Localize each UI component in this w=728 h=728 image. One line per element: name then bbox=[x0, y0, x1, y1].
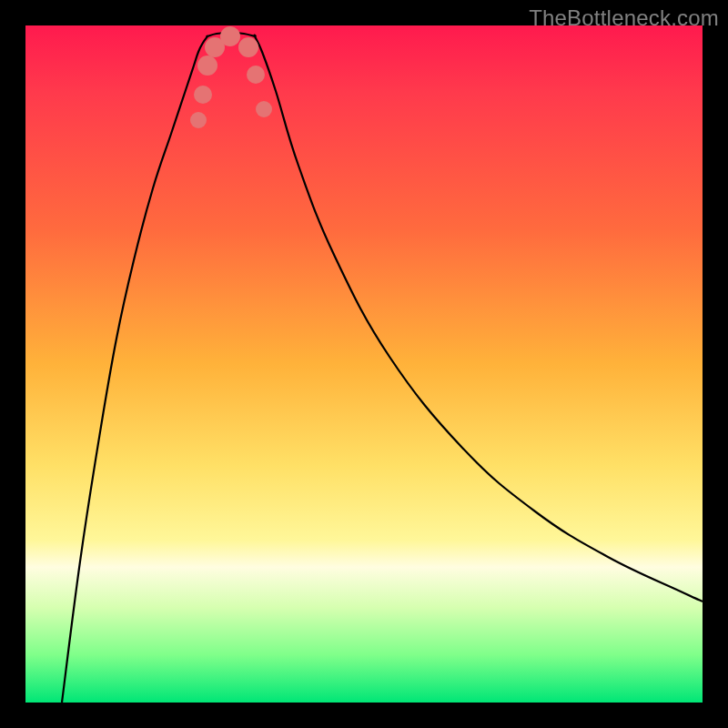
marker-dot bbox=[194, 86, 212, 104]
marker-dot bbox=[190, 112, 207, 128]
marker-dot bbox=[256, 101, 272, 117]
chart-svg bbox=[25, 25, 703, 703]
marker-dot bbox=[238, 37, 258, 57]
marker-dot bbox=[220, 26, 240, 46]
marker-dot bbox=[197, 56, 217, 76]
curve-line bbox=[62, 33, 703, 703]
chart-frame: TheBottleneck.com bbox=[0, 0, 728, 728]
watermark-text: TheBottleneck.com bbox=[529, 5, 719, 31]
marker-dot bbox=[247, 66, 265, 84]
plot-area bbox=[25, 25, 703, 703]
